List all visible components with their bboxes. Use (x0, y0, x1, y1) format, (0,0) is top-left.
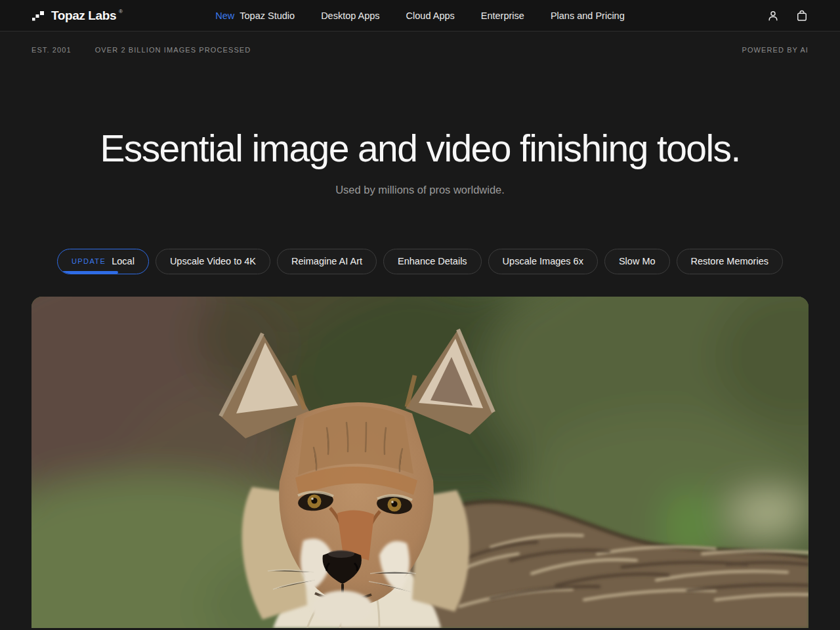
cart-icon[interactable] (795, 9, 808, 22)
tab-slow-mo[interactable]: Slow Mo (604, 249, 670, 274)
jackal-illustration (32, 297, 808, 628)
new-badge: New (215, 10, 234, 21)
tab-restore-memories[interactable]: Restore Memories (677, 249, 783, 274)
images-processed-label: OVER 2 BILLION IMAGES PROCESSED (95, 46, 251, 54)
nav-item-plans-pricing[interactable]: Plans and Pricing (551, 10, 625, 21)
nav-item-label: Plans and Pricing (551, 10, 625, 21)
hero-image-jackal (32, 297, 808, 628)
feature-tabs: UPDATE Local Upscale Video to 4K Reimagi… (0, 249, 840, 274)
nav-item-label: Topaz Studio (240, 10, 295, 21)
tab-label: Upscale Video to 4K (170, 256, 256, 266)
hero-subtitle: Used by millions of pros worldwide. (0, 184, 840, 196)
brand-logo[interactable]: Topaz Labs ® (32, 9, 127, 23)
nav-item-desktop-apps[interactable]: Desktop Apps (321, 10, 379, 21)
nav-item-enterprise[interactable]: Enterprise (481, 10, 524, 21)
powered-by-label: POWERED BY AI (742, 46, 808, 54)
tab-label: Enhance Details (398, 256, 467, 266)
tab-label: Slow Mo (619, 256, 656, 266)
tab-enhance-details[interactable]: Enhance Details (383, 249, 482, 274)
nav-item-topaz-studio[interactable]: New Topaz Studio (215, 10, 295, 21)
nav-item-label: Enterprise (481, 10, 524, 21)
nav-item-label: Cloud Apps (406, 10, 455, 21)
brand-reg-mark: ® (119, 9, 123, 14)
tab-label: Upscale Images 6x (503, 256, 583, 266)
established-label: EST. 2001 (32, 46, 72, 54)
nav-item-cloud-apps[interactable]: Cloud Apps (406, 10, 455, 21)
tab-reimagine-ai-art[interactable]: Reimagine AI Art (277, 249, 377, 274)
tab-upscale-images[interactable]: Upscale Images 6x (488, 249, 598, 274)
main-nav: New Topaz Studio Desktop Apps Cloud Apps… (215, 10, 624, 21)
brand-name: Topaz Labs (51, 9, 116, 23)
tab-progress-bar (62, 271, 118, 274)
topaz-logo-icon (32, 9, 45, 22)
tab-label: Restore Memories (691, 256, 768, 266)
tab-label: Local (112, 256, 135, 266)
top-navbar: Topaz Labs ® New Topaz Studio Desktop Ap… (0, 0, 840, 32)
tab-label: Reimagine AI Art (291, 256, 362, 266)
tab-upscale-video[interactable]: Upscale Video to 4K (156, 249, 270, 274)
navbar-actions (766, 9, 808, 22)
nav-item-label: Desktop Apps (321, 10, 379, 21)
page-title: Essential image and video finishing tool… (0, 127, 840, 171)
update-badge: UPDATE (72, 257, 106, 265)
tab-local-update[interactable]: UPDATE Local (57, 249, 149, 274)
info-strip: EST. 2001 OVER 2 BILLION IMAGES PROCESSE… (0, 32, 840, 54)
account-icon[interactable] (766, 9, 780, 22)
